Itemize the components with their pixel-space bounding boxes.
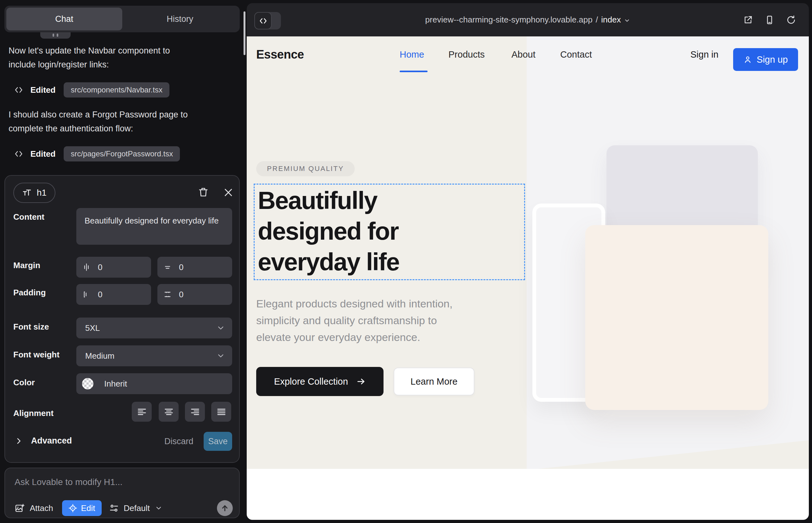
chat-scrollbar[interactable]: [244, 12, 245, 55]
close-panel-icon[interactable]: [223, 187, 234, 198]
preview-window: preview--charming-site-symphony.lovable.…: [247, 3, 809, 520]
file-badge[interactable]: src/pages/ForgotPassword.tsx: [64, 146, 180, 161]
explore-collection-label: Explore Collection: [274, 376, 348, 387]
tab-chat[interactable]: Chat: [6, 7, 122, 30]
padding-horizontal-icon: [82, 290, 91, 299]
hero-heading-line: designed for: [258, 216, 399, 247]
element-tag: h1: [37, 188, 47, 198]
nav-home-underline: [400, 71, 427, 72]
font-size-value: 5XL: [85, 323, 100, 333]
font-size-label: Font size: [13, 322, 49, 332]
font-size-select[interactable]: 5XL: [76, 318, 232, 339]
chevron-down-icon: [155, 504, 162, 512]
site-canvas: Essence Home Products About Contact Sign…: [247, 36, 809, 520]
preview-domain: preview--charming-site-symphony.lovable.…: [425, 15, 593, 25]
padding-y-value: 0: [179, 290, 183, 300]
send-button[interactable]: [217, 500, 233, 516]
nav-home[interactable]: Home: [400, 36, 424, 73]
site-logo[interactable]: Essence: [256, 36, 304, 73]
hero-badge: PREMIUM QUALITY: [256, 161, 355, 176]
margin-vertical-icon: [163, 263, 172, 272]
page-name: index: [601, 15, 621, 25]
font-weight-select[interactable]: Medium: [76, 345, 232, 366]
align-right-button[interactable]: [185, 402, 205, 422]
align-justify-button[interactable]: [211, 402, 231, 422]
attach-button[interactable]: Attach: [15, 503, 53, 513]
hero-paragraph-line: elevate your everyday experience.: [256, 329, 420, 346]
signup-label: Sign up: [757, 54, 788, 65]
message-line: I should also create a Forgot Password p…: [8, 108, 232, 122]
hero-heading-line: Beautifully: [258, 185, 377, 216]
margin-y-value: 0: [179, 263, 183, 272]
open-external-icon[interactable]: [743, 15, 753, 25]
hero-paragraph-line: Elegant products designed with intention…: [256, 295, 453, 312]
message-line: complete the authentication flow:: [8, 122, 232, 136]
mode-select[interactable]: Default: [109, 503, 162, 513]
selected-h1-outline[interactable]: Beautifully designed for everyday life: [254, 184, 525, 280]
edit-mode-button[interactable]: Edit: [62, 500, 102, 516]
user-icon: [743, 55, 752, 64]
transparency-swatch-icon: [82, 378, 93, 390]
signin-link[interactable]: Sign in: [690, 36, 719, 73]
file-badge[interactable]: src/components/Navbar.tsx: [64, 82, 169, 97]
decor-card-cream: [585, 225, 768, 410]
url-bar[interactable]: preview--charming-site-symphony.lovable.…: [247, 3, 809, 36]
assistant-message: I should also create a Forgot Password p…: [8, 108, 232, 136]
content-label: Content: [13, 212, 44, 222]
target-icon: [68, 504, 77, 512]
chrome-actions: [743, 3, 796, 36]
nav-contact[interactable]: Contact: [560, 36, 592, 73]
padding-label: Padding: [13, 288, 46, 297]
composer-input[interactable]: Ask Lovable to modify H1...: [15, 477, 123, 487]
chevron-down-icon: [624, 17, 630, 24]
arrow-right-icon: [356, 377, 366, 386]
mobile-preview-icon[interactable]: [764, 15, 775, 25]
preview-chrome: preview--charming-site-symphony.lovable.…: [247, 3, 809, 36]
margin-x-input[interactable]: 0: [76, 257, 151, 278]
chat-history-tabs: Chat History: [4, 6, 240, 32]
chat-panel: Chat History Now let's update the Navbar…: [0, 0, 246, 523]
path-separator: /: [596, 15, 598, 25]
advanced-toggle[interactable]: Advanced: [15, 436, 72, 446]
align-center-button[interactable]: [159, 402, 179, 422]
element-editor-panel: h1 Content Beautifully designed for ever…: [4, 175, 240, 463]
edited-file-row[interactable]: Edited src/components/Navbar.tsx: [14, 82, 170, 98]
padding-x-value: 0: [98, 290, 102, 300]
edited-file-row[interactable]: Edited src/pages/ForgotPassword.tsx: [14, 146, 180, 162]
chevron-right-icon: [15, 437, 23, 445]
site-navbar: Essence Home Products About Contact Sign…: [247, 36, 809, 73]
margin-x-value: 0: [98, 263, 102, 272]
sliders-icon: [109, 503, 119, 513]
alignment-label: Alignment: [13, 409, 54, 418]
mode-label: Default: [124, 503, 150, 513]
color-select[interactable]: Inherit: [76, 373, 232, 394]
signup-button[interactable]: Sign up: [733, 48, 798, 71]
align-left-button[interactable]: [132, 402, 152, 422]
selected-element-chip[interactable]: h1: [13, 183, 55, 203]
save-button[interactable]: Save: [204, 432, 232, 451]
advanced-label: Advanced: [31, 436, 72, 446]
code-icon: [14, 85, 23, 95]
refresh-icon[interactable]: [786, 15, 796, 25]
nav-about[interactable]: About: [511, 36, 535, 73]
explore-collection-button[interactable]: Explore Collection: [256, 367, 384, 396]
edit-label: Edit: [81, 503, 95, 513]
message-line: include login/register links:: [8, 58, 232, 72]
chat-composer[interactable]: Ask Lovable to modify H1... Attach Edit: [4, 468, 240, 518]
margin-y-input[interactable]: 0: [157, 257, 232, 278]
color-value: Inherit: [104, 379, 127, 389]
content-textarea[interactable]: Beautifully designed for everyday life: [76, 208, 232, 245]
color-label: Color: [13, 378, 35, 387]
padding-x-input[interactable]: 0: [76, 284, 151, 305]
chevron-down-icon: [216, 351, 225, 360]
learn-more-button[interactable]: Learn More: [394, 367, 474, 395]
nav-products[interactable]: Products: [448, 36, 484, 73]
margin-horizontal-icon: [82, 263, 91, 272]
delete-element-button[interactable]: [198, 186, 209, 198]
padding-y-input[interactable]: 0: [157, 284, 232, 305]
hero-heading-line: everyday life: [258, 247, 399, 277]
discard-button[interactable]: Discard: [164, 437, 194, 446]
attach-label: Attach: [30, 503, 53, 513]
margin-label: Margin: [13, 260, 40, 270]
tab-history[interactable]: History: [122, 7, 238, 30]
